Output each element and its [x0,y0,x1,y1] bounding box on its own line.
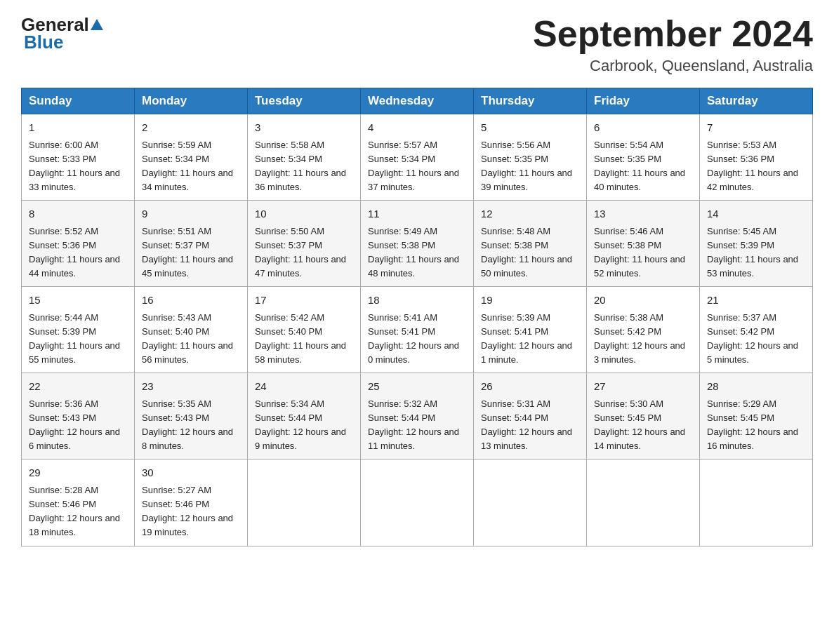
calendar-cell [248,459,361,546]
logo-blue-text: Blue [24,32,63,53]
weekday-header-monday: Monday [135,88,248,114]
svg-marker-0 [91,19,103,30]
day-number: 19 [481,293,579,309]
day-number: 23 [142,379,240,395]
calendar-cell: 2Sunrise: 5:59 AMSunset: 5:34 PMDaylight… [135,114,248,201]
calendar-cell: 26Sunrise: 5:31 AMSunset: 5:44 PMDayligh… [474,373,587,459]
day-number: 1 [29,120,127,136]
day-info: Sunrise: 5:27 AMSunset: 5:46 PMDaylight:… [142,483,240,540]
weekday-header-friday: Friday [587,88,700,114]
day-info: Sunrise: 5:38 AMSunset: 5:42 PMDaylight:… [594,311,692,368]
day-info: Sunrise: 5:45 AMSunset: 5:39 PMDaylight:… [707,224,805,281]
calendar-cell [474,459,587,546]
day-number: 5 [481,120,579,136]
day-info: Sunrise: 5:39 AMSunset: 5:41 PMDaylight:… [481,311,579,368]
day-info: Sunrise: 5:46 AMSunset: 5:38 PMDaylight:… [594,224,692,281]
day-number: 14 [707,206,805,222]
calendar-cell: 22Sunrise: 5:36 AMSunset: 5:43 PMDayligh… [22,373,135,459]
day-number: 12 [481,206,579,222]
day-info: Sunrise: 5:44 AMSunset: 5:39 PMDaylight:… [29,311,127,368]
day-number: 9 [142,206,240,222]
calendar-cell: 15Sunrise: 5:44 AMSunset: 5:39 PMDayligh… [22,287,135,373]
day-number: 11 [368,206,466,222]
location-title: Carbrook, Queensland, Australia [533,57,813,75]
calendar-cell: 5Sunrise: 5:56 AMSunset: 5:35 PMDaylight… [474,114,587,201]
day-number: 29 [29,465,127,481]
day-info: Sunrise: 5:48 AMSunset: 5:38 PMDaylight:… [481,224,579,281]
day-info: Sunrise: 5:54 AMSunset: 5:35 PMDaylight:… [594,138,692,195]
calendar-cell: 28Sunrise: 5:29 AMSunset: 5:45 PMDayligh… [700,373,813,459]
day-info: Sunrise: 5:28 AMSunset: 5:46 PMDaylight:… [29,483,127,540]
day-info: Sunrise: 5:51 AMSunset: 5:37 PMDaylight:… [142,224,240,281]
calendar-cell: 20Sunrise: 5:38 AMSunset: 5:42 PMDayligh… [587,287,700,373]
calendar-cell: 13Sunrise: 5:46 AMSunset: 5:38 PMDayligh… [587,201,700,287]
day-number: 13 [594,206,692,222]
day-number: 24 [255,379,353,395]
calendar-cell: 14Sunrise: 5:45 AMSunset: 5:39 PMDayligh… [700,201,813,287]
day-info: Sunrise: 5:49 AMSunset: 5:38 PMDaylight:… [368,224,466,281]
day-info: Sunrise: 5:56 AMSunset: 5:35 PMDaylight:… [481,138,579,195]
calendar-cell: 30Sunrise: 5:27 AMSunset: 5:46 PMDayligh… [135,459,248,546]
calendar-week-3: 15Sunrise: 5:44 AMSunset: 5:39 PMDayligh… [22,287,813,373]
calendar-table: SundayMondayTuesdayWednesdayThursdayFrid… [21,88,813,546]
logo: General Blue [21,14,105,53]
day-number: 27 [594,379,692,395]
day-number: 25 [368,379,466,395]
calendar-cell: 17Sunrise: 5:42 AMSunset: 5:40 PMDayligh… [248,287,361,373]
calendar-cell: 7Sunrise: 5:53 AMSunset: 5:36 PMDaylight… [700,114,813,201]
calendar-cell [587,459,700,546]
calendar-cell: 21Sunrise: 5:37 AMSunset: 5:42 PMDayligh… [700,287,813,373]
day-info: Sunrise: 5:41 AMSunset: 5:41 PMDaylight:… [368,311,466,368]
calendar-cell: 23Sunrise: 5:35 AMSunset: 5:43 PMDayligh… [135,373,248,459]
month-title: September 2024 [533,14,813,54]
day-number: 21 [707,293,805,309]
day-number: 28 [707,379,805,395]
calendar-cell: 27Sunrise: 5:30 AMSunset: 5:45 PMDayligh… [587,373,700,459]
calendar-cell: 19Sunrise: 5:39 AMSunset: 5:41 PMDayligh… [474,287,587,373]
day-number: 18 [368,293,466,309]
weekday-header-sunday: Sunday [22,88,135,114]
day-info: Sunrise: 6:00 AMSunset: 5:33 PMDaylight:… [29,138,127,195]
weekday-header-thursday: Thursday [474,88,587,114]
calendar-week-2: 8Sunrise: 5:52 AMSunset: 5:36 PMDaylight… [22,201,813,287]
day-info: Sunrise: 5:52 AMSunset: 5:36 PMDaylight:… [29,224,127,281]
day-info: Sunrise: 5:42 AMSunset: 5:40 PMDaylight:… [255,311,353,368]
day-number: 4 [368,120,466,136]
logo-triangle-icon [89,18,105,33]
day-info: Sunrise: 5:36 AMSunset: 5:43 PMDaylight:… [29,397,127,454]
calendar-cell: 16Sunrise: 5:43 AMSunset: 5:40 PMDayligh… [135,287,248,373]
calendar-week-5: 29Sunrise: 5:28 AMSunset: 5:46 PMDayligh… [22,459,813,546]
day-info: Sunrise: 5:37 AMSunset: 5:42 PMDaylight:… [707,311,805,368]
calendar-cell: 25Sunrise: 5:32 AMSunset: 5:44 PMDayligh… [361,373,474,459]
day-info: Sunrise: 5:30 AMSunset: 5:45 PMDaylight:… [594,397,692,454]
day-number: 22 [29,379,127,395]
day-info: Sunrise: 5:35 AMSunset: 5:43 PMDaylight:… [142,397,240,454]
calendar-cell: 12Sunrise: 5:48 AMSunset: 5:38 PMDayligh… [474,201,587,287]
weekday-header-saturday: Saturday [700,88,813,114]
title-area: September 2024 Carbrook, Queensland, Aus… [533,14,813,75]
day-info: Sunrise: 5:43 AMSunset: 5:40 PMDaylight:… [142,311,240,368]
calendar-cell: 4Sunrise: 5:57 AMSunset: 5:34 PMDaylight… [361,114,474,201]
weekday-header-tuesday: Tuesday [248,88,361,114]
calendar-cell: 18Sunrise: 5:41 AMSunset: 5:41 PMDayligh… [361,287,474,373]
day-info: Sunrise: 5:31 AMSunset: 5:44 PMDaylight:… [481,397,579,454]
day-number: 8 [29,206,127,222]
calendar-cell: 9Sunrise: 5:51 AMSunset: 5:37 PMDaylight… [135,201,248,287]
day-number: 6 [594,120,692,136]
day-number: 10 [255,206,353,222]
day-number: 15 [29,293,127,309]
weekday-header-wednesday: Wednesday [361,88,474,114]
page-header: General Blue September 2024 Carbrook, Qu… [21,14,813,75]
day-info: Sunrise: 5:53 AMSunset: 5:36 PMDaylight:… [707,138,805,195]
day-info: Sunrise: 5:34 AMSunset: 5:44 PMDaylight:… [255,397,353,454]
calendar-cell: 29Sunrise: 5:28 AMSunset: 5:46 PMDayligh… [22,459,135,546]
calendar-cell: 8Sunrise: 5:52 AMSunset: 5:36 PMDaylight… [22,201,135,287]
calendar-cell [361,459,474,546]
day-number: 26 [481,379,579,395]
day-number: 16 [142,293,240,309]
day-number: 30 [142,465,240,481]
calendar-cell: 10Sunrise: 5:50 AMSunset: 5:37 PMDayligh… [248,201,361,287]
day-info: Sunrise: 5:29 AMSunset: 5:45 PMDaylight:… [707,397,805,454]
calendar-cell: 3Sunrise: 5:58 AMSunset: 5:34 PMDaylight… [248,114,361,201]
calendar-cell: 11Sunrise: 5:49 AMSunset: 5:38 PMDayligh… [361,201,474,287]
